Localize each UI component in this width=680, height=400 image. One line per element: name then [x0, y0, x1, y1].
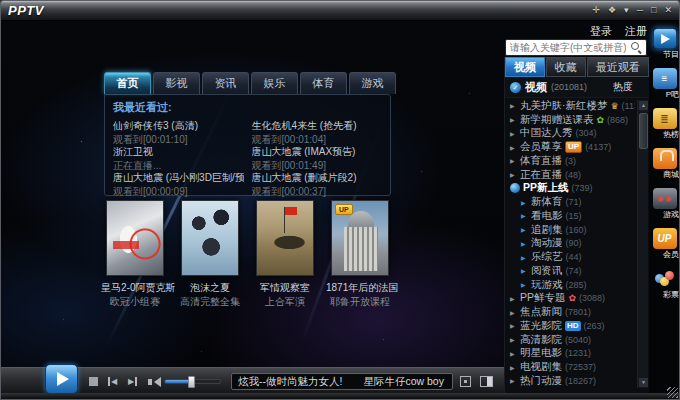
stop-button[interactable]: [89, 368, 98, 395]
login-link[interactable]: 登录: [590, 24, 612, 39]
next-button[interactable]: ▶: [128, 368, 138, 395]
recent-item[interactable]: 唐山大地震 (IMAX预告)观看到[00:01:49]: [252, 145, 383, 171]
minimize-icon[interactable]: ─: [637, 5, 643, 16]
channel-count: (113): [622, 101, 635, 111]
sidebar-tab[interactable]: 视频: [505, 57, 545, 77]
pin-icon[interactable]: ✛: [592, 5, 600, 16]
channel-item[interactable]: ▶阅资讯(74): [510, 264, 635, 278]
channel-label: 看电影: [531, 209, 563, 223]
channel-item[interactable]: ▶乐综艺(44): [510, 250, 635, 264]
thumbnail-image-military[interactable]: [256, 200, 314, 276]
expand-arrow-icon: ▶: [510, 377, 517, 384]
channel-item[interactable]: ▶新学期赠送课表✿(868): [510, 113, 635, 127]
thumbnail-card[interactable]: 泡沫之夏高清完整全集: [176, 200, 244, 309]
main-tab[interactable]: 资讯: [202, 72, 249, 94]
expand-arrow-icon: ▶: [521, 199, 528, 206]
auth-links: 登录 注册: [501, 24, 647, 39]
channel-item[interactable]: ▶会员尊享UP(4137): [510, 140, 635, 154]
sidebar-tab[interactable]: 最近观看: [587, 57, 649, 77]
sidebar-scrollbar[interactable]: ▲ ▼: [637, 100, 648, 388]
channel-item[interactable]: ▶电视剧集(72537): [510, 360, 635, 374]
marquee-ticker[interactable]: 炫我--做时尚魅力女人! 星际牛仔cow boy: [231, 373, 453, 390]
volume-slider[interactable]: [164, 368, 221, 395]
channel-item[interactable]: ▶追剧集(160): [510, 223, 635, 237]
recent-item[interactable]: 唐山大地震 (冯小刚3D巨制/预告片)观看到[00:00:09]: [113, 171, 244, 197]
channel-item[interactable]: ▶新体育(71): [510, 195, 635, 209]
channel-item[interactable]: ▶玩游戏(285): [510, 278, 635, 292]
channel-item[interactable]: ▶丸美护肤·新红楼梦♛(113): [510, 99, 635, 113]
thumbnail-card[interactable]: 军情观察室上合军演: [251, 200, 319, 309]
channel-item[interactable]: ▶中国达人秀(304): [510, 127, 635, 141]
channel-item[interactable]: ▶看电影(15): [510, 209, 635, 223]
main-tab[interactable]: 娱乐: [251, 72, 298, 94]
channel-item[interactable]: ▶正在直播(48): [510, 168, 635, 182]
recent-item-title: 唐山大地震 (删减片段2): [252, 171, 383, 185]
volume-handle[interactable]: [188, 376, 195, 388]
program-play-icon[interactable]: 节目: [651, 28, 678, 58]
channel-count: (15): [566, 211, 582, 221]
thumbnail-image-drama[interactable]: [181, 200, 239, 276]
scroll-up-icon[interactable]: ▲: [639, 101, 648, 110]
maximize-icon[interactable]: □: [651, 5, 656, 16]
channel-label: 高清影院: [520, 333, 562, 347]
close-icon[interactable]: ✕: [664, 5, 672, 16]
channel-item[interactable]: ▶焦点新闻(7801): [510, 305, 635, 319]
register-link[interactable]: 注册: [625, 24, 647, 39]
channel-item[interactable]: PP新上线(739): [510, 182, 635, 196]
scrollbar-thumb[interactable]: [639, 113, 648, 149]
pp-bar-chat-icon[interactable]: ≡P吧: [651, 68, 678, 98]
channel-item[interactable]: ▶高清影院(5040): [510, 333, 635, 347]
search-input[interactable]: [506, 42, 630, 53]
scroll-down-icon[interactable]: ▼: [639, 378, 648, 387]
channel-count: (160): [566, 225, 587, 235]
recent-item[interactable]: 唐山大地震 (删减片段2)观看到[00:00:37]: [252, 171, 383, 197]
channel-tree: ▶丸美护肤·新红楼梦♛(113)▶新学期赠送课表✿(868)▶中国达人秀(304…: [505, 99, 635, 388]
menu-arrow-icon[interactable]: ▾: [624, 5, 629, 16]
volume-fill: [165, 380, 190, 383]
vip-up-icon[interactable]: UP会员: [651, 228, 678, 258]
lottery-balls-icon[interactable]: 彩票: [651, 268, 678, 298]
toggle-sidebar-icon[interactable]: [480, 376, 493, 387]
titlebar[interactable]: PPTV ✛❖▾─□✕: [1, 1, 679, 21]
main-tab[interactable]: 体育: [300, 72, 347, 94]
fullscreen-icon[interactable]: [460, 376, 471, 387]
recent-item[interactable]: 仙剑奇侠传3 (高清)观看到[00:01:10]: [113, 119, 244, 145]
channel-item[interactable]: ▶明星电影(1231): [510, 347, 635, 361]
recent-watched-panel: 我最近看过: 仙剑奇侠传3 (高清)观看到[00:01:10]生化危机4来生 (…: [104, 94, 391, 196]
channel-item[interactable]: ▶体育直播(3): [510, 154, 635, 168]
gamepad-icon[interactable]: ◉◉游戏: [651, 188, 678, 218]
hot-rank-icon[interactable]: ≣热榜: [651, 108, 678, 138]
lottery-ball: [665, 271, 674, 280]
sidebar-tab[interactable]: 收藏: [546, 57, 586, 77]
main-tab[interactable]: 游戏: [349, 72, 396, 94]
channel-label: 丸美护肤·新红楼梦: [520, 99, 608, 113]
play-button[interactable]: [45, 364, 78, 394]
channel-item[interactable]: ▶热门动漫(18267): [510, 374, 635, 388]
recent-item[interactable]: 浙江卫视正在直播...: [113, 145, 244, 171]
previous-button[interactable]: ◀: [107, 368, 117, 395]
thumbnail-image-building[interactable]: UP: [331, 200, 389, 276]
main-tab[interactable]: 首页: [104, 72, 151, 94]
recent-item-title: 仙剑奇侠传3 (高清): [113, 119, 244, 133]
resize-grip-icon[interactable]: [667, 387, 678, 398]
channel-item[interactable]: ▶PP鲜专题✿(3088): [510, 292, 635, 306]
channel-item[interactable]: ▶淘动漫(90): [510, 237, 635, 251]
recent-item-progress: 观看到[00:01:04]: [252, 133, 383, 145]
volume-icon[interactable]: [148, 368, 161, 395]
channel-count: (71): [566, 197, 582, 207]
search-icon[interactable]: [630, 41, 643, 54]
mall-bag-icon[interactable]: 商城: [651, 148, 678, 178]
selected-channel-icon: [510, 183, 520, 193]
recent-item[interactable]: 生化危机4来生 (抢先看)观看到[00:01:04]: [252, 119, 383, 145]
thumbnail-image-soccer[interactable]: [106, 200, 164, 276]
player-bar: ◀ ▶ 炫我--做时尚魅力女人! 星际牛仔cow boy: [1, 367, 504, 394]
sort-by-heat-button[interactable]: 热度: [613, 80, 633, 94]
skin-icon[interactable]: ❖: [608, 5, 616, 16]
vip-up-icon-glyph: UP: [658, 233, 672, 244]
main-tab[interactable]: 影视: [153, 72, 200, 94]
toolbar-label: 彩票: [663, 289, 679, 300]
channel-item[interactable]: ▶蓝光影院HD(263): [510, 319, 635, 333]
thumbnail-card[interactable]: UP1871年后的法国耶鲁开放课程: [326, 200, 394, 309]
toolbar-label: 游戏: [663, 209, 679, 220]
thumbnail-card[interactable]: 皇马2-0阿贾克斯欧冠小组赛: [101, 200, 169, 309]
